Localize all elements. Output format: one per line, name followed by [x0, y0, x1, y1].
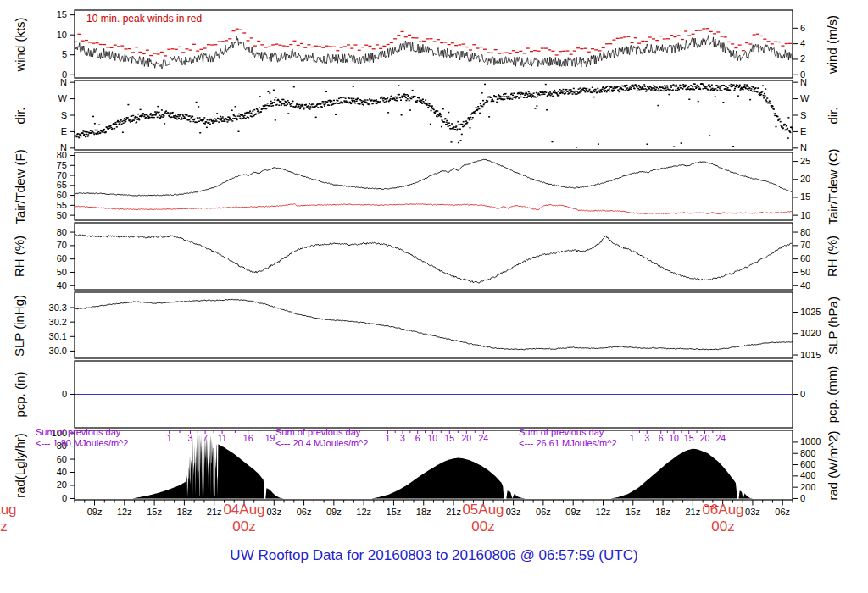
right-tick-label: N [800, 77, 807, 87]
left-tick-label: 30.2 [49, 317, 67, 327]
slp-line [75, 299, 793, 350]
left-tick-label: 80 [57, 227, 67, 237]
rad-cum-label: 11 [218, 433, 227, 443]
right-tick-label: 10 [800, 210, 810, 220]
left-tick-label: 50 [57, 267, 67, 277]
right-tick-label: 1015 [800, 350, 821, 360]
peak-winds-note: 10 min. peak winds in red [86, 13, 202, 25]
time-tick-label: 18z [655, 507, 670, 517]
left-tick-label: 70 [57, 170, 67, 180]
page-title: UW Rooftop Data for 20160803 to 20160806… [0, 547, 868, 564]
left-tick-label: 50 [57, 210, 67, 220]
right-tick-label: 50 [800, 267, 810, 277]
rad-cum-label: 10 [669, 433, 679, 443]
rad-cum-label: 6 [415, 433, 420, 443]
relative-humidity-panel-frame [75, 223, 793, 290]
right-tick-label: 6 [800, 23, 805, 33]
right-tick-label: W [800, 93, 810, 103]
left-tick-label: 30.1 [49, 331, 67, 341]
left-tick-label: 5 [62, 49, 67, 59]
left-tick-label: 75 [57, 160, 67, 170]
right-tick-label: 400 [800, 470, 815, 480]
rad-cum-label: 1 [630, 433, 635, 443]
rad-cum-label: 3 [644, 433, 649, 443]
date-label-04aug: 04Aug 00z [206, 502, 282, 535]
time-tick-label: 09z [87, 507, 103, 517]
time-tick-label: 06z [297, 507, 312, 517]
rad-cum-label: 6 [659, 433, 664, 443]
date-label-05aug: 05Aug 00z [445, 502, 521, 535]
rad-cum-label: 1 [167, 433, 172, 443]
right-tick-label: S [800, 110, 806, 120]
right-tick-label: 20 [800, 174, 810, 184]
right-tick-label: 70 [800, 240, 810, 250]
date-label-03aug-clipped: 03Aug 00z [0, 502, 34, 535]
left-tick-label: E [61, 126, 67, 136]
left-tick-label: 70 [57, 240, 67, 250]
left-tick-label: W [58, 93, 68, 103]
time-tick-label: 09z [326, 507, 342, 517]
right-tick-label: 2 [800, 53, 805, 64]
left-tick-label: 60 [57, 253, 67, 263]
time-tick-label: 18z [416, 507, 431, 517]
rad-sum-day3: Sum of previous day <--- 26.61 MJoules/m… [519, 427, 617, 448]
rad-cum-label: 24 [478, 433, 488, 443]
right-tick-label: 200 [800, 482, 815, 492]
left-tick-label: 80 [57, 150, 67, 160]
right-tick-label: 800 [800, 448, 815, 458]
time-tick-label: 09z [565, 507, 581, 517]
left-tick-label: 15 [57, 9, 67, 19]
rad-sum-day2: Sum of previous day <--- 20.4 MJoules/m^… [275, 427, 368, 448]
right-tick-label: 600 [800, 459, 815, 469]
right-tick-label: 15 [800, 191, 810, 202]
sea-level-pressure-panel-frame [75, 292, 793, 358]
left-tick-label: 40 [57, 467, 67, 477]
rad-cum-label: 3 [400, 433, 405, 443]
right-tick-label: 1020 [800, 328, 821, 338]
rad-cum-label: 24 [715, 433, 726, 443]
time-tick-label: 12z [596, 507, 611, 517]
right-tick-label: 0 [800, 389, 805, 399]
tair-line [75, 159, 792, 196]
right-tick-label: 80 [800, 227, 810, 237]
wind-direction-panel-frame [75, 80, 793, 150]
direction-scatter [74, 83, 793, 148]
temperature-panel-frame [75, 152, 793, 220]
rad-sum-day1: Sum of previous day <--- 1.80 MJoules/m^… [36, 427, 128, 448]
time-tick-label: 15z [387, 507, 402, 517]
right-tick-label: 1000 [800, 436, 821, 446]
left-tick-label: 0 [62, 493, 67, 503]
rad-cum-label: 3 [188, 433, 193, 443]
left-tick-label: 30.3 [49, 302, 67, 313]
rad-cum-label: 16 [243, 433, 253, 443]
left-tick-label: S [61, 110, 67, 120]
tdew-line [75, 204, 792, 214]
rad-cum-label: 7 [203, 433, 208, 443]
time-tick-label: 18z [177, 507, 192, 517]
left-tick-label: 30.0 [49, 346, 67, 356]
time-tick-label: 12z [356, 507, 371, 517]
rad-cum-label: 1 [385, 433, 390, 443]
time-tick-label: 06z [536, 507, 551, 517]
time-tick-label: 12z [117, 507, 132, 517]
left-tick-label: 0 [62, 389, 67, 399]
rad-cum-label: 10 [427, 433, 437, 443]
left-tick-label: N [60, 77, 67, 87]
rad-cum-label: 15 [444, 433, 454, 443]
rad-cum-label: 20 [461, 433, 471, 443]
rad-cum-label: 19 [265, 433, 275, 443]
left-tick-label: 55 [57, 200, 67, 210]
time-tick-label: 15z [626, 507, 641, 517]
right-tick-label: 4 [800, 38, 805, 48]
left-tick-label: 10 [57, 30, 67, 40]
left-tick-label: 40 [57, 280, 67, 291]
time-tick-label: 06z [775, 507, 790, 517]
left-tick-label: 60 [57, 454, 67, 464]
right-tick-label: 0 [800, 493, 805, 503]
right-tick-label: E [800, 126, 806, 136]
right-tick-label: 40 [800, 280, 810, 291]
left-tick-label: 20 [57, 479, 67, 490]
right-tick-label: N [800, 142, 807, 152]
rad-cum-label: 15 [684, 433, 694, 443]
time-tick-label: 15z [147, 507, 162, 517]
